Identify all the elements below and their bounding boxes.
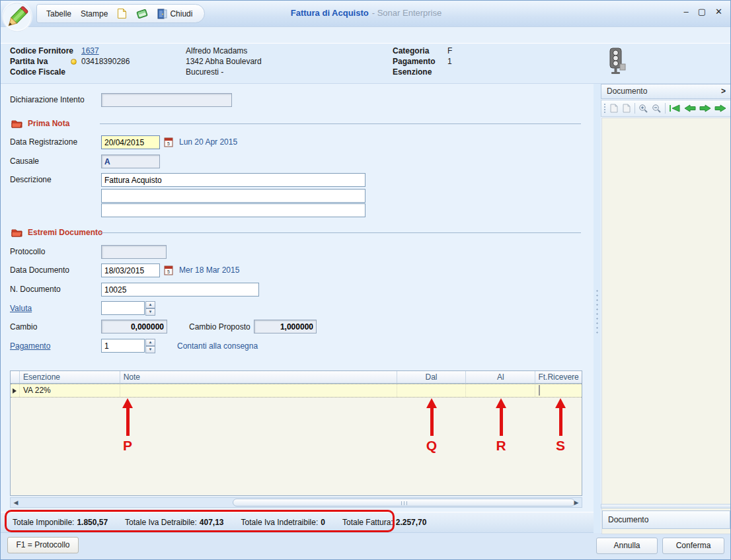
col-note[interactable]: Note — [120, 371, 397, 383]
categoria-value: F — [447, 46, 452, 56]
causale-field[interactable] — [101, 155, 160, 168]
cambio-proposto-field[interactable] — [254, 320, 317, 333]
toolbar-grip-icon — [603, 103, 606, 114]
esenzione-header-label: Esenzione — [393, 67, 432, 77]
row-indicator — [11, 384, 20, 397]
zoom-out-icon[interactable] — [652, 104, 662, 114]
descrizione-field-1[interactable] — [101, 173, 366, 187]
section-divider — [100, 123, 581, 124]
pagamento-description: Contanti alla consegna — [177, 339, 258, 353]
descrizione-field-2[interactable] — [101, 189, 366, 203]
descrizione-field-3[interactable] — [101, 203, 366, 217]
cell-esenzione[interactable]: VA 22% — [20, 384, 120, 397]
app-window: Tabelle Stampe Chi — [0, 0, 731, 560]
spinner-up-icon[interactable]: ▲ — [145, 301, 155, 308]
new-document-icon — [117, 8, 127, 19]
annulla-button[interactable]: Annulla — [596, 538, 658, 554]
zoom-in-icon[interactable] — [638, 104, 648, 114]
codice-fornitore-label: Codice Fornitore — [10, 46, 73, 56]
codice-fornitore-link[interactable]: 1637 — [81, 46, 99, 56]
data-registrazione-field[interactable] — [101, 135, 160, 149]
estremi-documento-title: Estremi Documento — [28, 228, 102, 237]
categoria-label: Categoria — [393, 46, 429, 56]
cell-note[interactable] — [120, 384, 397, 397]
valuta-field[interactable] — [101, 301, 145, 315]
esenzioni-grid: Esenzione Note Dal Al Ft.Ricevere VA 22% — [10, 370, 582, 496]
spinner-down-icon[interactable]: ▼ — [145, 346, 155, 353]
pagamento-spinner[interactable]: ▲▼ — [145, 339, 155, 353]
ft-ricevere-checkbox[interactable] — [539, 385, 540, 396]
nav-first-icon[interactable] — [669, 104, 681, 112]
f1-protocollo-button[interactable]: F1 = Protocollo — [7, 537, 79, 553]
dichiarazione-intento-field[interactable] — [101, 93, 232, 107]
chevron-right-icon[interactable]: > — [721, 85, 726, 98]
documento-panel-header[interactable]: Documento > — [601, 84, 731, 99]
splitter-grip-icon — [596, 289, 599, 335]
valuta-link-label[interactable]: Valuta — [10, 302, 32, 315]
causale-label: Causale — [10, 155, 39, 168]
nav-prev-icon[interactable] — [684, 104, 696, 112]
toolbar-subband — [1, 27, 731, 43]
spinner-up-icon[interactable]: ▲ — [145, 339, 155, 346]
partita-iva-status-icon — [71, 59, 77, 65]
nav-last-icon[interactable] — [714, 104, 726, 112]
n-documento-field[interactable] — [101, 283, 259, 297]
pagamento-link-label[interactable]: Pagamento — [10, 339, 50, 353]
cell-al[interactable] — [466, 384, 535, 397]
scrollbar-thumb[interactable] — [233, 499, 575, 507]
close-button[interactable]: ✕ — [715, 7, 722, 17]
col-ft-ricevere[interactable]: Ft.Ricevere — [535, 371, 582, 383]
svg-text:5: 5 — [167, 269, 170, 274]
menu-stampe[interactable]: Stampe — [81, 9, 108, 18]
maximize-button[interactable]: ▢ — [698, 7, 706, 17]
documento-toolbar — [601, 100, 731, 117]
app-logo-pencil-icon[interactable] — [2, 2, 32, 32]
page-prev-doc-icon[interactable] — [609, 103, 619, 114]
pagamento-header-label: Pagamento — [393, 56, 436, 67]
protocollo-field[interactable] — [101, 245, 167, 259]
minimize-button[interactable]: – — [684, 7, 689, 17]
page-next-doc-icon[interactable] — [622, 103, 631, 114]
horizontal-scrollbar[interactable]: ◀ ▶ — [10, 497, 582, 508]
totale-iva-detraibile: Totale Iva Detraibile:407,13 — [125, 518, 223, 527]
totale-imponibile: Totale Imponibile:1.850,57 — [13, 518, 108, 527]
n-documento-label: N. Documento — [10, 283, 61, 296]
partita-iva-label: Partita Iva — [10, 56, 48, 67]
supplier-city: Bucuresti - — [186, 67, 223, 77]
section-divider — [100, 232, 581, 233]
spinner-down-icon[interactable]: ▼ — [145, 308, 155, 316]
totale-fattura: Totale Fattura:2.257,70 — [342, 518, 426, 527]
calendar-picker-icon[interactable]: 5 — [164, 137, 174, 147]
row-indicator-icon — [13, 388, 17, 394]
cambio-label: Cambio — [10, 320, 37, 333]
svg-text:5: 5 — [167, 141, 170, 146]
cell-dal[interactable] — [397, 384, 467, 397]
calendar-picker-icon[interactable]: 5 — [164, 265, 174, 275]
scroll-right-icon[interactable]: ▶ — [571, 498, 582, 507]
col-al[interactable]: Al — [466, 371, 535, 383]
grid-data-row[interactable]: VA 22% — [11, 384, 582, 398]
scroll-left-icon[interactable]: ◀ — [11, 498, 21, 507]
new-document-button[interactable] — [117, 8, 127, 19]
col-esenzione[interactable]: Esenzione — [20, 371, 120, 383]
menu-tabelle[interactable]: Tabelle — [46, 9, 71, 18]
cambio-field[interactable] — [101, 320, 167, 333]
pagamento-field[interactable] — [101, 339, 145, 353]
book-lookup-button[interactable] — [136, 9, 148, 19]
conferma-button[interactable]: Conferma — [662, 538, 724, 554]
prima-nota-section-header: Prima Nota — [11, 119, 69, 128]
documento-bottom-button[interactable]: Documento — [602, 510, 730, 529]
valuta-spinner[interactable]: ▲▼ — [145, 301, 155, 316]
chiudi-button[interactable]: Chiudi — [157, 9, 192, 19]
supplier-name: Alfredo Mcadams — [186, 46, 247, 56]
data-documento-field[interactable] — [101, 263, 160, 277]
panel-splitter[interactable] — [594, 84, 601, 533]
toolbar-separator — [635, 103, 635, 114]
descrizione-label: Descrizione — [10, 173, 52, 186]
panel-horizontal-splitter[interactable] — [601, 504, 731, 508]
traffic-light-icon — [605, 47, 628, 75]
documento-preview-area — [601, 118, 731, 534]
partita-iva-value: 03418390286 — [81, 56, 130, 67]
nav-next-icon[interactable] — [699, 104, 711, 112]
col-dal[interactable]: Dal — [397, 371, 467, 383]
